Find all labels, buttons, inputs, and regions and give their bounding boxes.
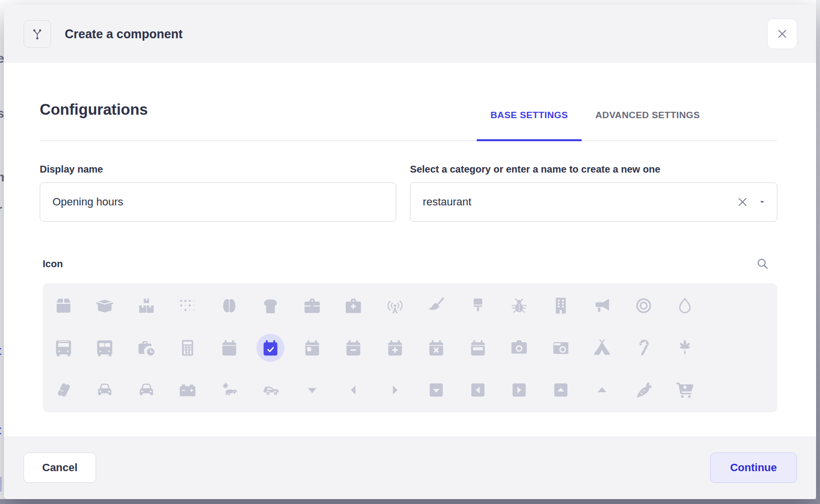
icon-option-bread-slice[interactable] [250, 284, 292, 327]
icon-option-caret-left[interactable] [333, 369, 375, 411]
car-icon [96, 381, 114, 399]
icon-option-bug[interactable] [499, 284, 540, 327]
brain-icon [220, 297, 238, 315]
category-label: Select a category or enter a name to cre… [410, 164, 777, 175]
section-title: Configurations [40, 101, 148, 140]
icon-option-car-alt[interactable] [126, 369, 167, 411]
icon-option-cannabis[interactable] [665, 327, 706, 369]
icon-option-calendar-minus[interactable] [333, 327, 375, 369]
capsules-icon [54, 381, 73, 399]
icon-option-calendar-check[interactable] [250, 327, 292, 369]
icon-option-braille[interactable] [167, 284, 209, 327]
icon-option-calculator[interactable] [167, 327, 209, 369]
icon-option-caret-square-left[interactable] [457, 369, 499, 411]
fields-row: Display name Select a category or enter … [40, 164, 777, 222]
brush-icon [469, 297, 487, 315]
icon-option-brain[interactable] [208, 284, 250, 327]
icon-option-boxes[interactable] [126, 284, 167, 327]
icon-option-briefcase-medical[interactable] [333, 284, 375, 327]
calendar-check-icon [261, 339, 280, 357]
component-branch-icon [24, 20, 51, 48]
backdrop-right-edge [816, 0, 820, 499]
icon-option-box[interactable] [43, 284, 84, 327]
icon-option-calendar-plus[interactable] [374, 327, 416, 369]
modal-title: Create a component [65, 27, 182, 41]
clear-x-icon[interactable] [736, 196, 749, 208]
icon-option-car-crash[interactable] [208, 369, 250, 411]
broom-icon [427, 297, 445, 315]
display-name-field-group: Display name [40, 164, 396, 222]
icon-option-bus-alt[interactable] [84, 327, 126, 369]
icon-option-carrot[interactable] [623, 369, 665, 411]
icon-grid-row [43, 284, 777, 327]
box-open-icon [96, 297, 114, 315]
icon-option-camera[interactable] [499, 327, 540, 369]
icon-option-caret-down[interactable] [291, 369, 333, 411]
category-input[interactable] [410, 182, 777, 222]
calendar-icon [220, 339, 238, 357]
calendar-week-icon [469, 339, 487, 357]
cannabis-icon [676, 339, 694, 357]
icon-option-campground[interactable] [582, 327, 623, 369]
icon-option-bullhorn[interactable] [582, 284, 623, 327]
bullhorn-icon [593, 297, 611, 315]
briefcase-medical-icon [344, 297, 362, 315]
icon-option-candy-cane[interactable] [623, 327, 665, 369]
braille-icon [179, 297, 197, 315]
caret-down-icon[interactable] [758, 198, 767, 206]
modal-body: Configurations BASE SETTINGS ADVANCED SE… [4, 63, 816, 436]
box-icon [54, 297, 73, 315]
icon-option-building[interactable] [540, 284, 582, 327]
broadcast-tower-icon [386, 297, 404, 315]
icon-option-brush[interactable] [457, 284, 499, 327]
icon-option-calendar-week[interactable] [457, 327, 499, 369]
icon-option-cart-arrow-down[interactable] [665, 369, 706, 411]
icon-option-bus[interactable] [43, 327, 84, 369]
display-name-label: Display name [40, 164, 396, 175]
search-icon[interactable] [756, 257, 769, 271]
icon-option-broom[interactable] [416, 284, 458, 327]
icon-option-briefcase[interactable] [291, 284, 333, 327]
caret-up-icon [593, 381, 611, 399]
display-name-input[interactable] [40, 182, 396, 222]
cancel-button[interactable]: Cancel [24, 453, 96, 483]
caret-right-icon [386, 381, 404, 399]
burn-icon [676, 297, 694, 315]
tab-advanced-settings[interactable]: ADVANCED SETTINGS [582, 110, 714, 140]
tab-base-settings[interactable]: BASE SETTINGS [477, 110, 582, 140]
continue-button[interactable]: Continue [710, 453, 797, 483]
camera-retro-icon [552, 339, 570, 357]
icon-option-caret-square-down[interactable] [416, 369, 458, 411]
bread-slice-icon [261, 297, 280, 315]
modal-footer: Cancel Continue [4, 436, 816, 499]
calendar-day-icon [303, 339, 321, 357]
icon-option-caret-right[interactable] [374, 369, 416, 411]
candy-cane-icon [635, 339, 653, 357]
icon-option-capsules[interactable] [43, 369, 84, 411]
icon-option-caret-square-up[interactable] [540, 369, 582, 411]
icon-option-box-open[interactable] [84, 284, 126, 327]
icon-option-caret-up[interactable] [582, 369, 623, 411]
caret-square-right-icon [510, 381, 528, 399]
icon-section-header: Icon [40, 257, 777, 271]
icon-option-car-side[interactable] [250, 369, 292, 411]
icon-option-calendar[interactable] [208, 327, 250, 369]
icon-option-broadcast-tower[interactable] [374, 284, 416, 327]
icon-option-caret-square-right[interactable] [499, 369, 540, 411]
bug-icon [510, 297, 528, 315]
close-icon [775, 27, 789, 41]
building-icon [552, 297, 570, 315]
icon-option-calendar-times[interactable] [416, 327, 458, 369]
close-button[interactable] [767, 19, 797, 49]
icon-option-burn[interactable] [665, 284, 706, 327]
icon-option-business-time[interactable] [126, 327, 167, 369]
icon-option-camera-retro[interactable] [540, 327, 582, 369]
config-header-row: Configurations BASE SETTINGS ADVANCED SE… [40, 63, 777, 141]
icon-option-bullseye[interactable] [623, 284, 665, 327]
carrot-icon [635, 381, 653, 399]
icon-option-car-battery[interactable] [167, 369, 209, 411]
icon-option-car[interactable] [84, 369, 126, 411]
caret-square-down-icon [427, 381, 445, 399]
icon-option-calendar-day[interactable] [291, 327, 333, 369]
campground-icon [593, 339, 611, 357]
